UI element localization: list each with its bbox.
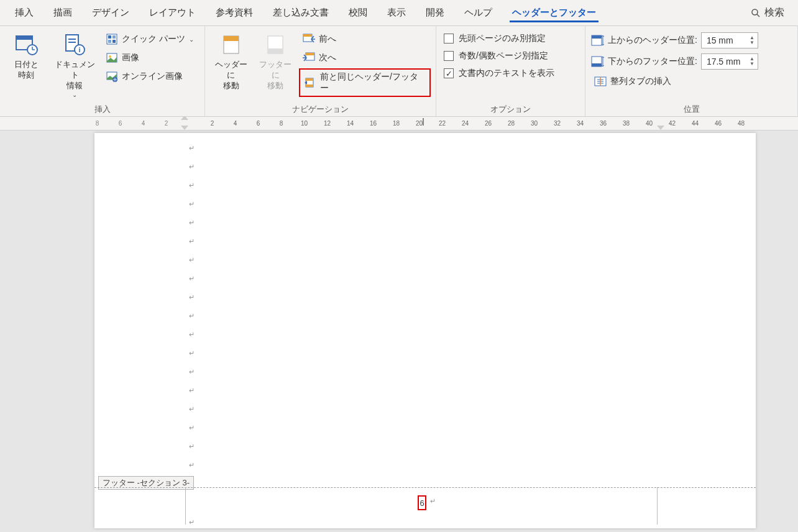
quick-parts-button[interactable]: クイック パーツ ⌄: [102, 31, 198, 47]
footer-position-icon: [590, 55, 604, 68]
picture-icon: [106, 52, 118, 64]
ruler-tick: 16: [362, 120, 385, 127]
svg-rect-15: [108, 40, 111, 43]
date-time-button[interactable]: 日付と 時刻: [5, 30, 47, 83]
goto-header-button[interactable]: ヘッダーに 移動: [210, 30, 252, 94]
page-number-field[interactable]: 6: [418, 495, 426, 510]
header-position-input[interactable]: 15 mm ▲▼: [701, 32, 758, 48]
left-indent-marker[interactable]: [180, 130, 186, 131]
paragraph-mark-icon: ↵: [189, 387, 195, 395]
ruler-tick: 4: [224, 120, 247, 127]
group-options-label: オプション: [441, 101, 580, 115]
align-tab-label: 整列タブの挿入: [610, 76, 671, 87]
hanging-indent-marker[interactable]: [181, 126, 188, 130]
checkbox-icon: [444, 34, 454, 44]
paragraph-mark-icon: ↵: [189, 405, 195, 413]
document-area: 8642246810121416182022242628303234363840…: [0, 117, 798, 532]
horizontal-ruler[interactable]: 8642246810121416182022242628303234363840…: [0, 117, 798, 131]
tab-developer[interactable]: 開発: [416, 2, 454, 24]
tab-layout[interactable]: レイアウト: [139, 2, 206, 24]
group-navigation-label: ナビゲーション: [210, 101, 431, 115]
ruler-tick: 24: [454, 120, 477, 127]
link-to-previous-button[interactable]: 前と同じヘッダー/フッター: [299, 68, 431, 97]
paragraph-mark-icon: ↵: [189, 443, 195, 451]
ruler-tick: 32: [546, 120, 569, 127]
tab-review[interactable]: 校閲: [339, 2, 377, 24]
tab-insert[interactable]: 挿入: [5, 2, 44, 24]
svg-rect-3: [16, 36, 32, 40]
first-page-different-checkbox[interactable]: 先頭ページのみ別指定: [441, 31, 557, 46]
svg-rect-32: [306, 78, 313, 81]
tab-header-footer[interactable]: ヘッダーとフッター: [502, 2, 606, 24]
online-picture-button[interactable]: オンライン画像: [102, 68, 198, 85]
svg-rect-35: [592, 35, 602, 39]
footer-position-input[interactable]: 17.5 mm ▲▼: [701, 53, 758, 70]
right-indent-marker[interactable]: [657, 126, 664, 130]
goto-header-icon: [219, 32, 244, 57]
search-label: 検索: [764, 6, 784, 19]
ruler-tick: 18: [385, 120, 408, 127]
document-page[interactable]: ↵↵↵↵↵↵↵↵↵↵↵↵↵↵↵↵↵↵ フッター -セクション 3- 6 ↵ ↵: [94, 133, 756, 528]
tab-references[interactable]: 参考資料: [206, 2, 263, 24]
paragraph-mark-icon: ↵: [189, 518, 195, 526]
odd-even-different-checkbox[interactable]: 奇数/偶数ページ別指定: [441, 48, 557, 63]
picture-button[interactable]: 画像: [102, 50, 198, 66]
document-info-button[interactable]: i ドキュメント 情報 ⌄: [50, 30, 99, 101]
next-button[interactable]: 次へ: [299, 50, 431, 66]
online-picture-label: オンライン画像: [122, 71, 183, 82]
first-line-indent-marker[interactable]: [181, 117, 188, 120]
paragraph-mark-icon: ↵: [430, 497, 436, 505]
tab-help[interactable]: ヘルプ: [454, 2, 502, 24]
ruler-tick: 10: [293, 120, 316, 127]
paragraph-mark-icon: ↵: [189, 293, 195, 301]
svg-text:i: i: [78, 46, 80, 53]
ruler-tick: 12: [316, 120, 339, 127]
insert-alignment-tab-button[interactable]: 整列タブの挿入: [590, 73, 758, 89]
previous-button[interactable]: 前へ: [299, 31, 431, 47]
checkbox-checked-icon: [444, 68, 454, 78]
ruler-tick: 8: [270, 120, 293, 127]
ruler-tick: 6: [247, 120, 270, 127]
header-from-top-row: 上からのヘッダー位置: 15 mm ▲▼: [590, 31, 758, 50]
paragraph-mark-icon: ↵: [189, 163, 195, 171]
paragraph-mark-icon: ↵: [189, 312, 195, 320]
spin-down-icon[interactable]: ▼: [749, 62, 755, 66]
group-position: 上からのヘッダー位置: 15 mm ▲▼ 下からのフッター位置: 17.5 mm…: [585, 26, 798, 116]
ruler-tick: 44: [684, 120, 707, 127]
tab-strip: 挿入 描画 デザイン レイアウト 参考資料 差し込み文書 校閲 表示 開発 ヘル…: [0, 0, 798, 26]
ruler-tick: 8: [86, 120, 109, 127]
ruler-tick: 4: [132, 120, 155, 127]
paragraph-mark-icon: ↵: [189, 424, 195, 432]
svg-rect-16: [112, 40, 116, 43]
odd-even-label: 奇数/偶数ページ別指定: [459, 50, 548, 62]
paragraph-mark-icon: ↵: [189, 368, 195, 376]
tab-design[interactable]: デザイン: [82, 2, 139, 24]
ruler-tick: 6: [109, 120, 132, 127]
paragraph-mark-icon: ↵: [189, 144, 195, 152]
next-icon: [303, 52, 315, 64]
search-box[interactable]: 検索: [742, 6, 793, 19]
quick-parts-label: クイック パーツ: [122, 34, 185, 45]
show-document-text-checkbox[interactable]: 文書内のテキストを表示: [441, 66, 557, 81]
right-margin-guide: [657, 487, 658, 525]
svg-line-1: [757, 14, 759, 17]
ruler-tick: 30: [523, 120, 546, 127]
checkbox-icon: [444, 51, 454, 61]
paragraph-mark-icon: ↵: [189, 461, 195, 469]
ruler-tick: 34: [569, 120, 592, 127]
ruler-tick: 2: [155, 120, 178, 127]
ruler-tick: 28: [500, 120, 523, 127]
goto-footer-button: フッターに 移動: [255, 30, 297, 94]
document-info-label: ドキュメント 情報: [53, 60, 96, 91]
previous-icon: [303, 33, 315, 45]
ruler-tick: 20: [408, 120, 431, 127]
paragraph-mark-icon: ↵: [189, 200, 195, 208]
tab-mailings[interactable]: 差し込み文書: [263, 2, 339, 24]
first-page-label: 先頭ページのみ別指定: [459, 33, 546, 44]
tab-view[interactable]: 表示: [377, 2, 416, 24]
ribbon: 日付と 時刻 i ドキュメント 情報 ⌄ クイック パーツ ⌄ 画像: [0, 26, 798, 117]
tab-draw[interactable]: 描画: [44, 2, 82, 24]
svg-rect-24: [268, 48, 283, 53]
spin-down-icon[interactable]: ▼: [749, 40, 755, 45]
header-position-value: 15 mm: [707, 35, 733, 45]
